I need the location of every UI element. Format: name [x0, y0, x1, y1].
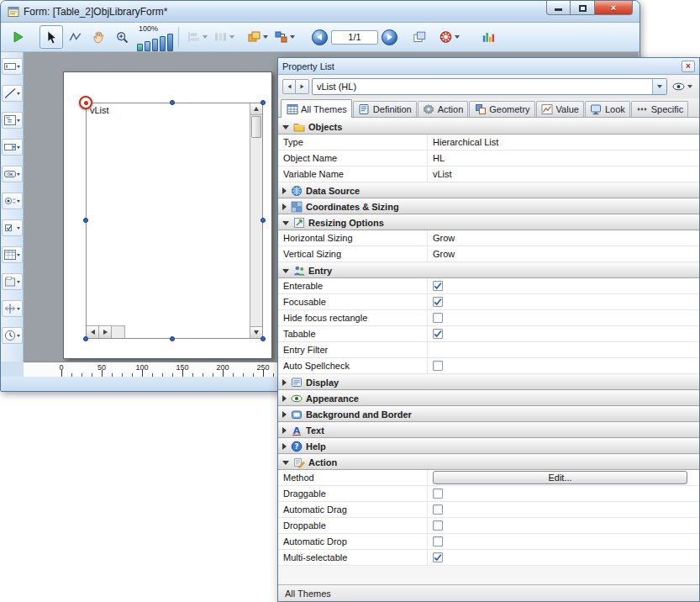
checkbox-focusable[interactable] [433, 297, 443, 307]
property-value[interactable]: Hierarchical List [433, 137, 498, 147]
button-tool[interactable]: OK [2, 166, 23, 182]
tab-value[interactable]: Value [536, 101, 584, 117]
section-text[interactable]: AText [278, 422, 699, 438]
magnify-tool-button[interactable] [110, 25, 134, 49]
form-windows-button[interactable] [408, 25, 431, 49]
next-page-button[interactable] [382, 29, 397, 45]
tab-specific[interactable]: Specific [631, 101, 689, 117]
checkbox-auto-spellcheck[interactable] [433, 361, 443, 371]
selection-handle-right[interactable] [261, 218, 266, 223]
form-page[interactable]: vList [63, 71, 272, 359]
zoom-bar-icon[interactable] [145, 41, 150, 51]
zoom-bar-icon[interactable] [160, 36, 166, 51]
section-background-and-border[interactable]: Background and Border [278, 406, 699, 422]
checkbox-droppable[interactable] [433, 520, 443, 531]
previous-page-button[interactable] [312, 29, 328, 45]
scroll-left-icon[interactable] [87, 326, 99, 338]
property-list-titlebar[interactable]: Property List × [278, 58, 699, 75]
list-box-tool[interactable] [2, 246, 23, 263]
checkbox-tool[interactable] [2, 219, 23, 236]
next-object-button[interactable] [296, 79, 309, 94]
section-entry[interactable]: Entry [278, 262, 699, 278]
scroll-right-icon[interactable] [99, 326, 112, 338]
section-data-source[interactable]: Data Source [278, 182, 699, 198]
checkbox-multi-selectable[interactable] [433, 552, 443, 562]
zoom-bar-icon[interactable] [152, 39, 158, 51]
property-value[interactable]: HL [433, 153, 445, 163]
tab-geometry[interactable]: Geometry [469, 101, 534, 117]
checkbox-enterable[interactable] [433, 281, 443, 291]
combo-box-tool[interactable] [2, 139, 23, 156]
object-library-button[interactable] [476, 25, 500, 49]
selection-handle-top-right[interactable] [261, 100, 266, 105]
clock-tool[interactable] [2, 327, 23, 344]
combo-button[interactable] [652, 79, 666, 94]
splitter-tool[interactable] [2, 300, 23, 317]
selection-handle-bottom[interactable] [170, 336, 175, 341]
order-tool-button[interactable] [271, 29, 298, 46]
object-selector-dropdown[interactable]: vList (HL) [312, 78, 667, 95]
group-box-tool[interactable] [2, 273, 23, 290]
section-action[interactable]: Action [278, 454, 699, 470]
execute-form-button[interactable] [6, 25, 29, 49]
form-properties-button[interactable] [436, 29, 463, 46]
selection-handle-bottom-left[interactable] [83, 336, 88, 341]
object-events-badge[interactable] [79, 96, 92, 109]
close-button[interactable]: × [595, 1, 633, 15]
section-resizing-options[interactable]: Resizing Options [278, 214, 699, 230]
tab-action[interactable]: Action [418, 101, 469, 117]
zoom-bar-icon[interactable] [167, 34, 173, 51]
tab-look[interactable]: Look [585, 101, 630, 117]
disclosure-collapsed-icon[interactable] [282, 427, 287, 434]
disclosure-collapsed-icon[interactable] [282, 411, 287, 418]
disclosure-expanded-icon[interactable] [282, 221, 289, 225]
titlebar[interactable]: Form: [Table_2]ObjLibraryForm* × [1, 1, 639, 23]
selection-handle-top[interactable] [170, 100, 175, 105]
level-tool-button[interactable] [245, 29, 271, 46]
checkbox-automatic-drop[interactable] [433, 536, 443, 547]
disclosure-collapsed-icon[interactable] [282, 395, 287, 402]
section-objects[interactable]: Objects [278, 119, 699, 135]
disclosure-expanded-icon[interactable] [282, 269, 289, 273]
zoom-bars[interactable] [137, 34, 173, 51]
scrollbar-thumb[interactable] [251, 116, 261, 138]
disclosure-collapsed-icon[interactable] [282, 203, 287, 210]
checkbox-draggable[interactable] [433, 488, 443, 499]
field-tool[interactable] [2, 58, 23, 75]
disclosure-collapsed-icon[interactable] [282, 187, 287, 194]
disclosure-expanded-icon[interactable] [282, 461, 289, 465]
section-coordinates-sizing[interactable]: Coordinates & Sizing [278, 198, 699, 214]
pointer-tool-button[interactable] [39, 25, 63, 49]
section-help[interactable]: ?Help [278, 438, 699, 454]
pan-tool-button[interactable] [87, 25, 110, 49]
checkbox-tabable[interactable] [433, 329, 443, 339]
property-value[interactable]: Grow [433, 249, 455, 259]
minimize-button[interactable] [546, 1, 571, 15]
line-tool[interactable] [2, 85, 23, 102]
maximize-button[interactable] [571, 1, 595, 15]
disclosure-expanded-icon[interactable] [282, 125, 289, 129]
checkbox-hide-focus-rectangle[interactable] [433, 313, 443, 323]
hierarchical-list-tool[interactable] [2, 112, 23, 129]
checkbox-automatic-drag[interactable] [433, 504, 443, 515]
zoom-bar-icon[interactable] [137, 44, 143, 51]
selection-handle-left[interactable] [83, 218, 88, 223]
view-options-button[interactable] [670, 79, 695, 95]
radio-button-tool[interactable] [2, 193, 23, 209]
section-display[interactable]: Display [278, 374, 699, 390]
distribute-objects-button[interactable] [211, 29, 238, 46]
object-horizontal-scrollbar[interactable] [87, 325, 125, 338]
zoom-widget[interactable]: 100% [137, 24, 173, 51]
tab-all-themes[interactable]: All Themes [281, 99, 352, 118]
hierarchical-list-object[interactable]: vList [86, 103, 263, 339]
freehand-tool-button[interactable] [63, 25, 87, 49]
disclosure-collapsed-icon[interactable] [282, 379, 287, 386]
disclosure-collapsed-icon[interactable] [282, 443, 287, 450]
selection-handle-bottom-right[interactable] [261, 336, 266, 341]
property-value[interactable]: Grow [433, 233, 455, 243]
tab-definition[interactable]: Definition [353, 101, 417, 117]
property-list-close-button[interactable]: × [682, 61, 695, 72]
align-objects-button[interactable] [184, 29, 211, 46]
property-value[interactable]: vList [433, 169, 452, 179]
section-appearance[interactable]: Appearance [278, 390, 699, 406]
